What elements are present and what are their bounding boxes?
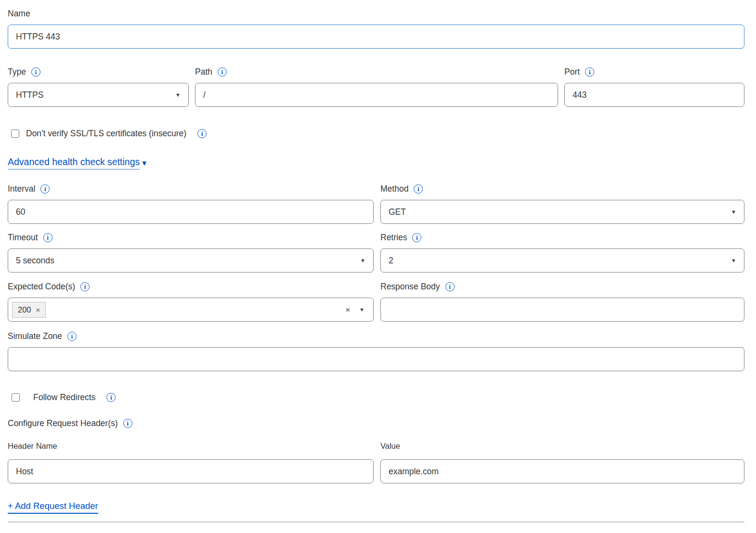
expected-codes-field: Expected Code(s) i 200 × × ▼ (8, 282, 374, 322)
timeout-field: Timeout i 5 seconds ▼ (8, 233, 374, 273)
response-body-input[interactable] (380, 298, 744, 322)
header-name-input[interactable] (8, 459, 374, 483)
interval-field: Interval i (8, 184, 374, 224)
name-input[interactable] (8, 25, 744, 49)
method-select[interactable]: GET ▼ (380, 200, 744, 224)
type-select-value: HTTPS (16, 90, 43, 100)
name-label: Name (8, 9, 30, 19)
info-icon[interactable]: i (40, 184, 50, 194)
chevron-down-icon: ▼ (731, 209, 736, 215)
follow-redirects-label: Follow Redirects (33, 392, 95, 403)
follow-redirects-row: Follow Redirects i (8, 392, 744, 403)
info-icon[interactable]: i (67, 332, 77, 341)
add-header-row: + Add Request Header (8, 501, 744, 514)
triangle-down-icon: ▼ (141, 159, 148, 167)
follow-redirects-checkbox[interactable] (12, 393, 20, 402)
info-icon[interactable]: i (414, 184, 423, 194)
path-input[interactable] (195, 83, 558, 107)
response-body-label: Response Body (380, 282, 440, 292)
code-tag-text: 200 (18, 305, 31, 314)
retries-field: Retries i 2 ▼ (380, 233, 744, 273)
info-icon[interactable]: i (123, 419, 132, 428)
type-field: Type i HTTPS ▼ (8, 67, 189, 107)
remove-tag-icon[interactable]: × (36, 306, 40, 314)
ssl-verify-label: Don't verify SSL/TLS certificates (insec… (26, 129, 186, 139)
path-field: Path i (195, 67, 558, 107)
retries-label: Retries (380, 233, 407, 243)
method-label: Method (380, 184, 408, 194)
info-icon[interactable]: i (43, 233, 52, 242)
timeout-select-value: 5 seconds (16, 256, 54, 266)
request-headers-title: Configure Request Header(s) (8, 418, 118, 429)
section-divider (8, 521, 744, 522)
ssl-verify-checkbox[interactable] (11, 130, 19, 138)
clear-all-icon[interactable]: × (345, 306, 350, 314)
interval-input[interactable] (8, 200, 374, 224)
chevron-down-icon: ▼ (175, 92, 181, 98)
type-path-port-row: Type i HTTPS ▼ Path i Port i (8, 67, 744, 107)
chevron-down-icon: ▼ (731, 258, 736, 263)
advanced-settings-link-text: Advanced health check settings (8, 156, 140, 169)
header-name-label: Header Name (8, 442, 57, 451)
method-field: Method i GET ▼ (380, 184, 744, 224)
header-value-field: Value (380, 442, 744, 483)
request-headers-section: Configure Request Header(s) i (8, 418, 744, 429)
info-icon[interactable]: i (585, 67, 594, 77)
interval-method-row: Interval i Method i GET ▼ (8, 184, 744, 224)
expected-codes-label: Expected Code(s) (8, 282, 75, 292)
expected-codes-multiselect[interactable]: 200 × × ▼ (8, 298, 374, 322)
info-icon[interactable]: i (412, 233, 421, 242)
info-icon[interactable]: i (80, 282, 90, 291)
info-icon[interactable]: i (218, 67, 227, 77)
simulate-zone-field: Simulate Zone i (8, 331, 744, 392)
interval-label: Interval (8, 184, 35, 194)
add-request-header-link[interactable]: + Add Request Header (8, 501, 98, 514)
header-value-label: Value (380, 442, 400, 451)
info-icon[interactable]: i (31, 67, 40, 77)
advanced-settings-row: Advanced health check settings ▼ (8, 156, 744, 169)
response-body-field: Response Body i (380, 282, 744, 322)
port-field: Port i (564, 67, 744, 107)
method-select-value: GET (389, 207, 406, 217)
code-tag: 200 × (12, 302, 46, 318)
retries-select-value: 2 (389, 256, 393, 266)
simulate-zone-label: Simulate Zone (8, 331, 62, 341)
header-name-field: Header Name (8, 442, 374, 483)
simulate-zone-input[interactable] (8, 347, 744, 371)
timeout-label: Timeout (8, 233, 38, 243)
codes-body-row: Expected Code(s) i 200 × × ▼ Response Bo… (8, 282, 744, 322)
type-select[interactable]: HTTPS ▼ (8, 83, 189, 107)
name-field: Name (8, 9, 744, 67)
port-label: Port (564, 67, 580, 77)
chevron-down-icon: ▼ (359, 307, 365, 312)
header-row: Header Name Value (8, 442, 744, 483)
path-label: Path (195, 67, 212, 77)
timeout-select[interactable]: 5 seconds ▼ (8, 248, 374, 273)
header-value-input[interactable] (380, 459, 744, 483)
retries-select[interactable]: 2 ▼ (380, 248, 744, 273)
ssl-verify-row: Don't verify SSL/TLS certificates (insec… (8, 129, 744, 139)
advanced-settings-link[interactable]: Advanced health check settings ▼ (8, 156, 148, 169)
info-icon[interactable]: i (106, 393, 116, 402)
type-label: Type (8, 67, 26, 77)
info-icon[interactable]: i (445, 282, 455, 291)
chevron-down-icon: ▼ (360, 258, 365, 263)
health-check-form: Name Type i HTTPS ▼ Path i Port i (8, 9, 744, 522)
info-icon[interactable]: i (197, 129, 207, 138)
timeout-retries-row: Timeout i 5 seconds ▼ Retries i 2 ▼ (8, 233, 744, 273)
port-input[interactable] (564, 83, 744, 107)
